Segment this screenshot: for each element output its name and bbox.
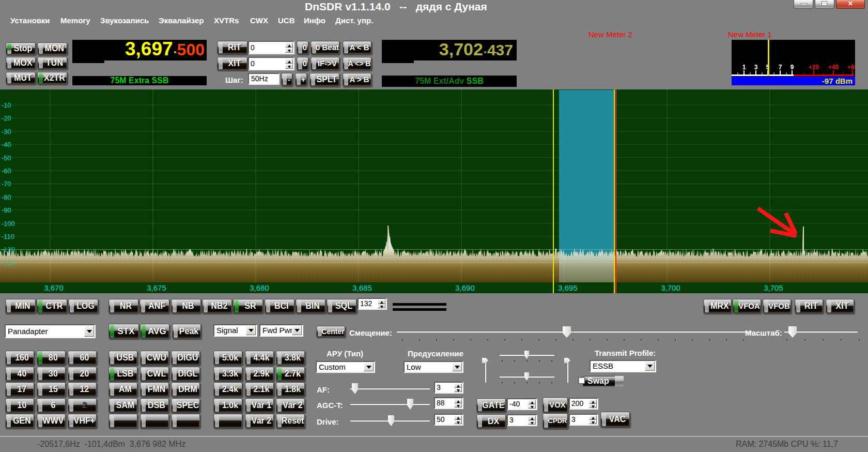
svg-text:3,695: 3,695 [558,283,578,292]
svg-text:-70: -70 [2,180,11,188]
svg-text:-90: -90 [2,206,11,214]
svg-text:-130: -130 [2,259,15,267]
svg-text:3,680: 3,680 [250,283,269,292]
svg-text:9: 9 [791,64,794,71]
svg-text:3,675: 3,675 [147,283,166,292]
svg-text:-30: -30 [2,128,11,135]
svg-text:7: 7 [779,64,782,71]
svg-text:-80: -80 [2,193,11,201]
svg-text:-60: -60 [2,167,11,175]
svg-text:-97 dBm: -97 dBm [822,77,853,85]
svg-text:-20: -20 [2,114,11,122]
svg-text:-40: -40 [2,141,11,148]
svg-text:3,670: 3,670 [44,283,64,292]
svg-text:3,690: 3,690 [455,283,475,292]
svg-text:+20: +20 [809,64,819,71]
svg-text:-100: -100 [2,220,15,228]
svg-text:-10: -10 [2,101,11,109]
svg-text:-120: -120 [2,246,15,253]
svg-text:3,705: 3,705 [764,283,783,292]
svg-text:-110: -110 [2,233,14,240]
svg-text:3: 3 [754,64,758,71]
svg-text:+40: +40 [828,64,839,71]
svg-text:3,700: 3,700 [661,283,680,292]
svg-text:1: 1 [742,64,746,71]
svg-text:+60: +60 [847,64,858,71]
svg-text:3,685: 3,685 [352,283,372,292]
svg-text:-50: -50 [2,154,11,162]
